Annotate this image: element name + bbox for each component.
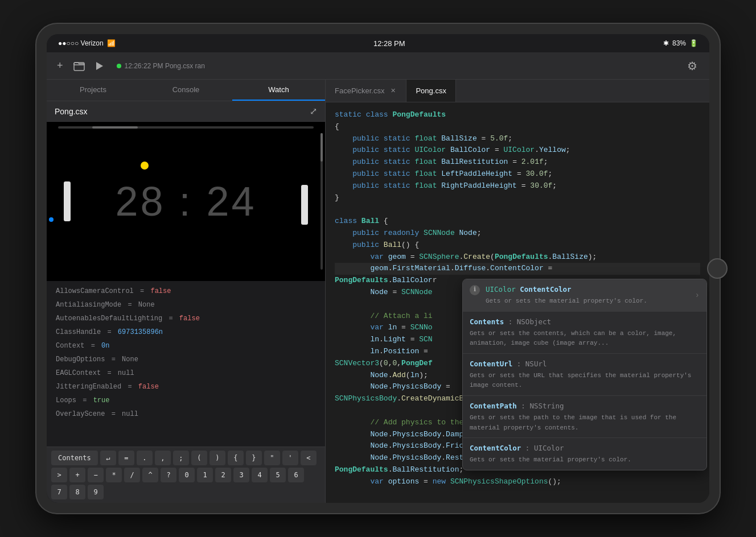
file-name-label: Pong.csx — [55, 107, 88, 116]
code-line-8: } — [335, 192, 700, 204]
code-line-2: { — [335, 121, 700, 133]
home-button[interactable] — [707, 258, 728, 279]
tab-facepicker-label: FacePicker.csx — [335, 86, 384, 95]
add-button[interactable]: + — [55, 57, 65, 74]
kb-return[interactable]: ↵ — [100, 451, 116, 465]
ac-item-contentpath[interactable]: ContentPath : NSString Gets or sets the … — [463, 396, 706, 438]
left-tab-bar: Projects Console Watch — [47, 80, 325, 101]
ac-item-selected[interactable]: ℹ UIColor ContentColor Gets or sets the … — [463, 279, 706, 312]
var-row-loops: Loops = true — [47, 394, 325, 407]
scroll-thumb-vertical — [321, 133, 323, 162]
kb-semicolon[interactable]: ; — [173, 451, 189, 465]
variables-panel: AllowsCameraControl = false Antialiasing… — [47, 281, 325, 447]
game-preview: 28 : 24 — [47, 122, 325, 281]
var-row-classhandle: ClassHandle = 6973135896n — [47, 325, 325, 339]
code-line-11: public readonly SCNNode Node; — [335, 228, 700, 239]
kb-1[interactable]: 1 — [197, 468, 213, 482]
ac-contenturl-desc: Gets or sets the URL that specifies the … — [470, 371, 700, 391]
ac-contents-content: Contents : NSObject Gets or sets the con… — [470, 316, 700, 349]
expand-button[interactable]: ⤢ — [310, 106, 317, 117]
var-row-antialiasingmode: AntialiasingMode = None — [47, 298, 325, 312]
ac-item-contenturl[interactable]: ContentUrl : NSUrl Gets or sets the URL … — [463, 354, 706, 396]
carrier-label: ●●○○○ Verizon — [58, 39, 104, 47]
kb-8[interactable]: 8 — [69, 485, 85, 499]
kb-plus[interactable]: + — [69, 468, 85, 482]
kb-slash[interactable]: / — [124, 468, 140, 482]
kb-0[interactable]: 0 — [179, 468, 195, 482]
battery-percent: 83% — [672, 39, 686, 47]
kb-minus[interactable]: − — [88, 468, 104, 482]
ac-chevron-icon[interactable]: › — [695, 289, 700, 301]
scroll-track-vertical[interactable] — [321, 133, 323, 270]
kb-7[interactable]: 7 — [51, 485, 67, 499]
game-score: 28 : 24 — [115, 178, 256, 225]
tab-console[interactable]: Console — [139, 80, 232, 101]
scroll-track-horizontal[interactable] — [58, 126, 314, 129]
ac-item-contentcolor[interactable]: ContentColor : UIColor Gets or sets the … — [463, 438, 706, 470]
paddle-right — [301, 185, 308, 225]
ac-contenturl-title: ContentUrl : NSUrl — [470, 358, 700, 370]
ac-info-icon: ℹ — [470, 285, 480, 295]
code-line-5: public static float BallRestitution = 2.… — [335, 156, 700, 168]
kb-6[interactable]: 6 — [288, 468, 304, 482]
var-row-eaglcontext: EAGLContext = null — [47, 366, 325, 380]
ac-contentpath-title: ContentPath : NSString — [470, 400, 700, 412]
code-line-32: var options = new SCNPhysicsShapeOptions… — [335, 476, 700, 488]
settings-button[interactable]: ⚙ — [683, 57, 701, 75]
scroll-thumb-horizontal — [92, 126, 138, 129]
left-panel: Projects Console Watch Pong.csx ⤢ 28 — [47, 80, 326, 503]
editor-tabs: FacePicker.csx ✕ Pong.csx — [326, 80, 709, 102]
kb-contents[interactable]: Contents — [51, 451, 98, 465]
kb-comma[interactable]: , — [155, 451, 171, 465]
ac-item-contents[interactable]: Contents : NSObject Gets or sets the con… — [463, 312, 706, 354]
var-row-debugoptions: DebugOptions = None — [47, 353, 325, 366]
kb-closeparen[interactable]: ) — [209, 451, 225, 465]
kb-openbrace[interactable]: { — [228, 451, 244, 465]
code-area[interactable]: static class PongDefaults { public stati… — [326, 102, 709, 503]
ac-contenturl-content: ContentUrl : NSUrl Gets or sets the URL … — [470, 358, 700, 391]
right-panel: FacePicker.csx ✕ Pong.csx static class P… — [326, 80, 709, 503]
kb-openparen[interactable]: ( — [191, 451, 207, 465]
kb-dot[interactable]: . — [137, 451, 153, 465]
code-line-4: public static UIColor BallColor = UIColo… — [335, 144, 700, 156]
status-left: ●●○○○ Verizon 📶 — [58, 39, 116, 47]
kb-equals[interactable]: = — [118, 451, 134, 465]
tab-pong[interactable]: Pong.csx — [406, 80, 455, 102]
kb-closebrace[interactable]: } — [246, 451, 262, 465]
ac-selected-content: UIColor ContentColor Gets or sets the ma… — [486, 284, 689, 307]
tab-pong-label: Pong.csx — [416, 86, 446, 95]
wifi-icon: 📶 — [107, 39, 116, 47]
kb-dquote[interactable]: " — [264, 451, 280, 465]
files-button[interactable] — [71, 59, 87, 73]
file-bar: Pong.csx ⤢ — [47, 101, 325, 122]
ac-contentcolor-desc: Gets or sets the material property's col… — [470, 455, 700, 465]
code-line-3: public static float BallSize = 5.0f; — [335, 133, 700, 145]
run-indicator: 12:26:22 PM Pong.csx ran — [117, 62, 205, 70]
keyboard-bar: Contents ↵ = . , ; ( ) { } " ' < > + − * — [47, 447, 325, 503]
kb-9[interactable]: 9 — [88, 485, 104, 499]
kb-3[interactable]: 3 — [233, 468, 249, 482]
kb-caret[interactable]: ^ — [142, 468, 158, 482]
kb-5[interactable]: 5 — [270, 468, 286, 482]
kb-2[interactable]: 2 — [215, 468, 231, 482]
tab-facepicker-close[interactable]: ✕ — [389, 87, 397, 95]
paddle-left — [64, 181, 71, 221]
tab-watch[interactable]: Watch — [232, 80, 325, 101]
status-bar: ●●○○○ Verizon 📶 12:28 PM ✱ 83% 🔋 — [47, 34, 709, 52]
kb-squote[interactable]: ' — [282, 451, 298, 465]
kb-gt[interactable]: > — [51, 468, 67, 482]
kb-4[interactable]: 4 — [252, 468, 268, 482]
code-line-1: static class PongDefaults — [335, 109, 700, 121]
tab-facepicker[interactable]: FacePicker.csx ✕ — [326, 80, 406, 102]
kb-star[interactable]: * — [106, 468, 122, 482]
kb-lt[interactable]: < — [301, 451, 317, 465]
autocomplete-popup[interactable]: ℹ UIColor ContentColor Gets or sets the … — [462, 279, 707, 470]
ipad-screen: ●●○○○ Verizon 📶 12:28 PM ✱ 83% 🔋 + — [47, 34, 709, 503]
tab-projects[interactable]: Projects — [47, 80, 139, 101]
battery-icon: 🔋 — [689, 39, 698, 47]
play-button[interactable] — [93, 59, 106, 73]
var-row-autoenables: AutoenablesDefaultLighting = false — [47, 312, 325, 325]
status-time: 12:28 PM — [373, 39, 405, 48]
code-line-13: var geom = SCNSphere.Create(PongDefaults… — [335, 251, 700, 263]
kb-question[interactable]: ? — [161, 468, 176, 482]
